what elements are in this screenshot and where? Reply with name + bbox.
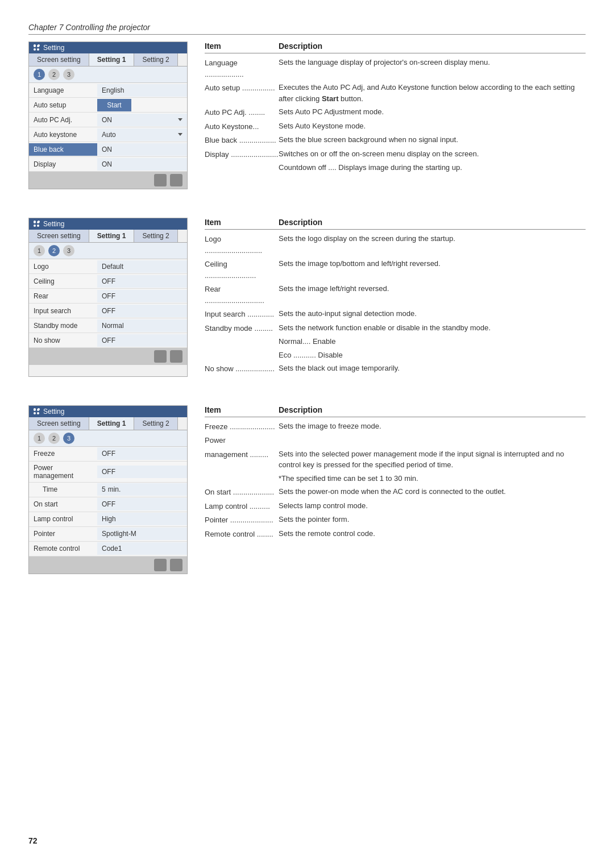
value-language[interactable]: English: [97, 84, 187, 97]
setting-panel-1: Setting Screen setting Setting 1 Setting…: [28, 41, 188, 189]
desc-row-lamp-ctrl: Lamp control .......... Selects lamp con…: [205, 500, 586, 512]
col-item-label-1: Item: [205, 41, 279, 51]
desc-item-autosetup: Auto setup ................: [205, 82, 279, 104]
tab-screen-setting-1[interactable]: Screen setting: [29, 53, 89, 66]
desc-header-2: Item Description: [205, 218, 586, 230]
desc-text-ceiling: Sets the image top/bottom and left/right…: [279, 258, 586, 281]
tab-num-1-2[interactable]: 2: [48, 69, 60, 80]
tab-num-2-1[interactable]: 1: [34, 245, 45, 256]
panel-tabs-2: Screen setting Setting 1 Setting 2: [29, 230, 187, 243]
section-3: Setting Screen setting Setting 1 Setting…: [28, 405, 586, 574]
footer-icon-5: [154, 559, 167, 571]
svg-point-1: [34, 48, 36, 51]
value-ceiling[interactable]: OFF: [97, 275, 187, 288]
value-pointer[interactable]: Spotlight-M: [97, 528, 187, 540]
panel-titlebar-1: Setting: [29, 42, 187, 53]
desc-text-time-spec: *The specified time can be set 1 to 30 m…: [279, 473, 586, 484]
desc-row-on-start: On start .................... Sets the p…: [205, 486, 586, 498]
value-display[interactable]: ON: [97, 158, 187, 171]
value-freeze[interactable]: OFF: [97, 447, 187, 460]
desc-table-1: Item Description Language ..............…: [205, 41, 586, 189]
value-lamp-control[interactable]: High: [97, 513, 187, 525]
tab-num-3-1[interactable]: 1: [34, 433, 45, 444]
tab-setting1-2[interactable]: Setting 1: [89, 230, 135, 242]
value-on-start[interactable]: OFF: [97, 498, 187, 510]
label-standby-mode: Standby mode: [29, 319, 97, 332]
label-auto-setup: Auto setup: [29, 99, 97, 111]
label-input-search: Input search: [29, 305, 97, 317]
desc-row-language: Language ................... Sets the la…: [205, 57, 586, 80]
label-language: Language: [29, 84, 97, 97]
value-power-mgmt[interactable]: OFF: [97, 466, 187, 478]
tab-num-3-2[interactable]: 2: [48, 433, 60, 444]
setting-panel-3: Setting Screen setting Setting 1 Setting…: [28, 405, 188, 574]
footer-icon-1: [154, 174, 167, 186]
value-blue-back[interactable]: ON: [97, 143, 187, 156]
time-suffix: min.: [108, 485, 121, 493]
setting-panel-2: Setting Screen setting Setting 1 Setting…: [28, 218, 188, 377]
setting-icon-1: [34, 44, 40, 51]
desc-text-on-start: Sets the power-on mode when the AC cord …: [279, 486, 586, 498]
tab-num-2-3[interactable]: 3: [63, 245, 74, 256]
row-pointer: Pointer Spotlight-M: [29, 527, 187, 542]
tab-screen-setting-3[interactable]: Screen setting: [29, 417, 89, 430]
panel-rows-3: Freeze OFF Power management OFF Time 5 m…: [29, 447, 187, 556]
value-logo[interactable]: Default: [97, 260, 187, 273]
desc-item-logo: Logo ............................: [205, 233, 279, 256]
tab-setting2-3[interactable]: Setting 2: [134, 417, 177, 430]
desc-text-display: Switches on or off the on-screen menu di…: [279, 148, 586, 160]
value-input-search[interactable]: OFF: [97, 305, 187, 317]
tab-num-1-3[interactable]: 3: [63, 69, 74, 80]
svg-point-3: [37, 48, 39, 51]
desc-item-power-label: Power: [205, 434, 279, 446]
footer-icon-3: [154, 350, 167, 363]
col-item-label-2: Item: [205, 218, 279, 227]
desc-row-countdown: Countdown off .... Displays image during…: [205, 162, 586, 173]
svg-point-7: [37, 225, 39, 227]
btn-start[interactable]: Start: [97, 99, 131, 111]
svg-point-6: [37, 221, 39, 223]
desc-item-language: Language ...................: [205, 57, 279, 80]
label-remote-control: Remote control: [29, 542, 97, 555]
tab-num-2-2[interactable]: 2: [48, 245, 60, 256]
label-time: Time: [29, 483, 97, 496]
desc-text-lamp-ctrl: Selects lamp control mode.: [279, 500, 586, 512]
desc-item-noshow: No show ...................: [205, 363, 279, 375]
tab-setting2-2[interactable]: Setting 2: [134, 230, 177, 242]
label-display: Display: [29, 158, 97, 171]
tab-numbers-2: 1 2 3: [29, 243, 187, 259]
desc-row-freeze: Freeze ...................... Sets the i…: [205, 421, 586, 433]
footer-icon-2: [170, 174, 182, 186]
value-auto-keystone[interactable]: Auto: [97, 128, 187, 141]
tab-screen-setting-2[interactable]: Screen setting: [29, 230, 89, 242]
panel-footer-1: [29, 172, 187, 189]
svg-point-5: [34, 225, 36, 227]
value-remote-control[interactable]: Code1: [97, 542, 187, 555]
label-on-start: On start: [29, 498, 97, 510]
desc-header-1: Item Description: [205, 41, 586, 53]
desc-text-autosetup: Executes the Auto PC Adj, and Auto Keyst…: [279, 82, 586, 104]
desc-item-remote-ctrl: Remote control ........: [205, 528, 279, 540]
value-no-show[interactable]: OFF: [97, 334, 187, 347]
label-auto-keystone: Auto keystone: [29, 128, 97, 141]
col-desc-label-3: Description: [279, 405, 586, 414]
tab-num-1-1[interactable]: 1: [34, 69, 45, 80]
value-standby-mode[interactable]: Normal: [97, 319, 187, 332]
svg-point-9: [34, 412, 36, 414]
tab-setting1-1[interactable]: Setting 1: [89, 53, 135, 66]
desc-row-rear: Rear ............................. Sets …: [205, 283, 586, 306]
label-blue-back: Blue back: [29, 143, 97, 156]
svg-point-11: [37, 412, 39, 414]
col-desc-label-1: Description: [279, 41, 586, 51]
tab-num-3-3[interactable]: 3: [63, 433, 74, 444]
tab-setting1-3[interactable]: Setting 1: [89, 417, 135, 430]
value-time[interactable]: 5 min.: [97, 483, 187, 496]
value-auto-pc-adj[interactable]: ON: [97, 114, 187, 126]
row-remote-control: Remote control Code1: [29, 542, 187, 556]
value-rear[interactable]: OFF: [97, 290, 187, 302]
desc-text-normal: Normal.... Enable: [279, 336, 586, 347]
col-desc-label-2: Description: [279, 218, 586, 227]
tab-setting2-1[interactable]: Setting 2: [134, 53, 177, 66]
desc-item-time-spec: [205, 473, 279, 484]
desc-item-countdown: [205, 162, 279, 173]
